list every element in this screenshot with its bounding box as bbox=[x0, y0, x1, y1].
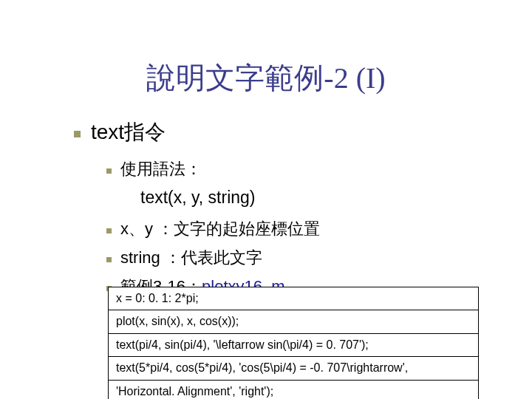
bullet-level2-string: string ：代表此文字 bbox=[106, 245, 488, 270]
square-bullet-icon bbox=[74, 131, 81, 137]
code-line: x = 0: 0. 1: 2*pi; bbox=[109, 287, 478, 310]
code-line: text(pi/4, sin(pi/4), '\leftarrow sin(\p… bbox=[109, 334, 478, 357]
square-bullet-icon bbox=[106, 228, 112, 233]
bullet-level2-xy: x、y ：文字的起始座標位置 bbox=[106, 216, 488, 241]
level2-xy-text: x、y ：文字的起始座標位置 bbox=[120, 216, 320, 241]
code-line: plot(x, sin(x), x, cos(x)); bbox=[109, 310, 478, 333]
slide-body: text指令 使用語法： text(x, y, string) x、y ：文字的… bbox=[74, 118, 488, 303]
square-bullet-icon bbox=[106, 257, 112, 262]
level2-string-text: string ：代表此文字 bbox=[120, 245, 262, 270]
slide-title: 說明文字範例-2 (I) bbox=[0, 58, 532, 98]
level2-syntax-label: 使用語法： bbox=[120, 157, 202, 181]
code-line: text(5*pi/4, cos(5*pi/4), 'cos(5\pi/4) =… bbox=[109, 357, 478, 380]
bullet-level1: text指令 bbox=[74, 118, 488, 146]
square-bullet-icon bbox=[106, 168, 112, 174]
bullet-level2-syntax: 使用語法： bbox=[106, 157, 488, 181]
slide: 說明文字範例-2 (I) text指令 使用語法： text(x, y, str… bbox=[0, 0, 532, 399]
code-box: x = 0: 0. 1: 2*pi; plot(x, sin(x), x, co… bbox=[108, 287, 479, 399]
level1-text: text指令 bbox=[91, 118, 166, 146]
syntax-line: text(x, y, string) bbox=[140, 185, 488, 209]
code-line: 'Horizontal. Alignment', 'right'); bbox=[109, 381, 478, 399]
